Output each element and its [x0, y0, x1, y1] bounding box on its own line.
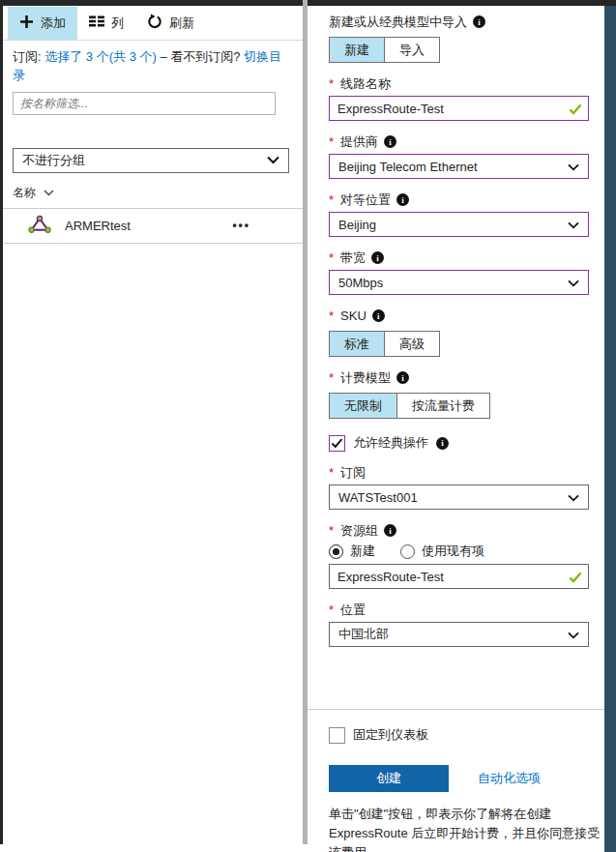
info-icon[interactable] [384, 135, 396, 148]
billing-option-metered[interactable]: 按流量计费 [396, 393, 490, 419]
provider-dropdown[interactable]: Beijing Telecom Ethernet [329, 154, 589, 179]
more-options-button[interactable]: ••• [232, 219, 250, 232]
add-button-label: 添加 [41, 15, 66, 32]
resource-group-label: 资源组 [340, 522, 378, 540]
refresh-button-label: 刷新 [169, 15, 194, 32]
subscription-label-row: * 订阅 [329, 464, 589, 481]
columns-icon [89, 15, 104, 30]
filter-by-name-input[interactable] [13, 92, 276, 115]
refresh-icon [147, 14, 162, 32]
name-column-header[interactable]: 名称 [13, 185, 71, 201]
billing-model-label: 计费模型 [340, 369, 391, 387]
circuit-name-label-row: * 线路名称 [329, 75, 589, 92]
info-icon[interactable] [436, 437, 449, 450]
billing-disclaimer: 单击"创建"按钮，即表示你了解将在创建 ExpressRoute 后立即开始计费… [329, 805, 601, 852]
resource-group-existing-radio[interactable]: 使用现有项 [400, 543, 484, 560]
required-marker: * [329, 465, 334, 480]
mode-field-label: 新建或从经典模型中导入 [329, 14, 467, 31]
valid-check-icon [569, 103, 582, 118]
location-value: 中国北部 [338, 626, 389, 643]
allow-classic-label: 允许经典操作 [353, 434, 428, 452]
automation-options-link[interactable]: 自动化选项 [478, 770, 541, 787]
refresh-button[interactable]: 刷新 [135, 7, 206, 40]
provider-label: 提供商 [340, 133, 378, 151]
location-dropdown[interactable]: 中国北部 [329, 622, 589, 647]
pin-to-dashboard-row: 固定到仪表板 [329, 726, 589, 744]
info-icon[interactable] [396, 371, 409, 384]
name-column-label: 名称 [13, 185, 36, 201]
info-icon[interactable] [371, 251, 384, 264]
create-actions-row: 创建 自动化选项 [329, 765, 589, 792]
bandwidth-dropdown[interactable]: 50Mbps [329, 270, 589, 295]
mode-field-label-row: 新建或从经典模型中导入 [329, 14, 589, 30]
expressroute-circuit-icon [28, 215, 51, 237]
chevron-down-icon [568, 160, 579, 174]
subscription-label: 订阅 [340, 464, 366, 482]
columns-button[interactable]: 列 [77, 7, 135, 40]
sku-option-premium[interactable]: 高级 [384, 331, 440, 357]
billing-model-toggle: 无限制 按流量计费 [329, 393, 589, 419]
azure-portal-frame: 添加 列 刷新 [0, 0, 616, 852]
grouping-dropdown[interactable]: 不进行分组 [13, 148, 289, 173]
valid-check-icon [569, 572, 582, 586]
subscription-count-link[interactable]: 选择了 3 个(共 3 个) [44, 49, 157, 64]
top-frame-bar [0, 0, 616, 6]
radio-unselected-icon [400, 544, 415, 559]
add-button[interactable]: 添加 [8, 7, 77, 40]
circuit-name-input[interactable]: ExpressRoute-Test [329, 96, 589, 121]
subscription-dropdown[interactable]: WATSTest001 [329, 485, 589, 510]
sku-label-row: * SKU [329, 308, 589, 324]
resource-group-name-value: ExpressRoute-Test [337, 570, 444, 584]
blade-footer: 固定到仪表板 创建 自动化选项 单击"创建"按钮，即表示你了解将在创建 Expr… [308, 709, 604, 852]
list-item[interactable]: ARMERtest ••• [3, 209, 303, 244]
circuit-name-label: 线路名称 [340, 75, 391, 93]
info-icon[interactable] [396, 193, 409, 206]
required-marker: * [329, 370, 334, 385]
billing-option-unlimited[interactable]: 无限制 [329, 393, 397, 419]
info-icon[interactable] [473, 15, 485, 28]
create-expressroute-blade: 新建或从经典模型中导入 新建 导入 * 线路名称 ExpressRoute-Te… [308, 6, 604, 852]
required-marker: * [329, 76, 334, 91]
pin-to-dashboard-checkbox[interactable] [329, 727, 345, 744]
create-button[interactable]: 创建 [329, 765, 449, 792]
bandwidth-value: 50Mbps [338, 276, 383, 290]
plus-icon [19, 15, 34, 32]
resource-group-radios: 新建 使用现有项 [329, 543, 589, 560]
mode-option-new[interactable]: 新建 [329, 37, 385, 63]
resource-group-name-input[interactable]: ExpressRoute-Test [329, 564, 589, 589]
info-icon[interactable] [384, 524, 396, 537]
info-icon[interactable] [372, 309, 385, 322]
allow-classic-checkbox[interactable] [329, 435, 345, 452]
resource-group-label-row: * 资源组 [329, 522, 589, 539]
peering-location-label-row: * 对等位置 [329, 191, 589, 208]
command-bar: 添加 列 刷新 [3, 6, 303, 41]
mode-option-import[interactable]: 导入 [384, 37, 440, 63]
resource-group-new-radio[interactable]: 新建 [329, 543, 375, 560]
provider-value: Beijing Telecom Ethernet [338, 160, 478, 174]
mode-toggle: 新建 导入 [329, 37, 589, 63]
radio-selected-icon [329, 544, 343, 559]
required-marker: * [329, 134, 334, 149]
left-frame-edge [0, 6, 3, 844]
pin-to-dashboard-label: 固定到仪表板 [353, 726, 428, 744]
subscription-summary: 订阅: 选择了 3 个(共 3 个) – 看不到订阅? 切换目录 [13, 48, 293, 85]
location-label: 位置 [340, 602, 366, 619]
peering-location-dropdown[interactable]: Beijing [329, 212, 589, 237]
billing-model-label-row: * 计费模型 [329, 369, 589, 386]
required-marker: * [329, 192, 334, 207]
chevron-down-icon [568, 218, 579, 232]
blade-separator [303, 0, 308, 844]
bandwidth-label: 带宽 [340, 250, 366, 267]
next-blade-strip [604, 6, 616, 852]
list-item-name: ARMERtest [65, 219, 232, 233]
sku-option-standard[interactable]: 标准 [329, 331, 385, 357]
circuit-list: ARMERtest ••• [3, 208, 303, 244]
required-marker: * [329, 308, 334, 323]
peering-location-label: 对等位置 [340, 191, 391, 209]
location-label-row: * 位置 [329, 602, 589, 618]
chevron-down-icon [568, 276, 579, 290]
chevron-down-icon [568, 490, 579, 505]
circuit-name-value: ExpressRoute-Test [337, 102, 444, 116]
sku-label: SKU [340, 308, 367, 323]
browse-blade: 添加 列 刷新 [3, 6, 303, 844]
